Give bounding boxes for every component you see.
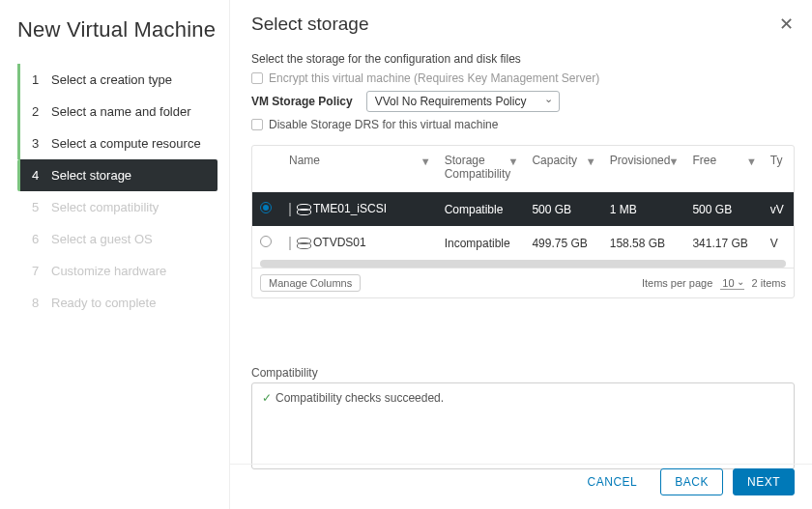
step-ready-complete: 8 Ready to complete — [17, 287, 229, 319]
wizard-dialog: New Virtual Machine 1 Select a creation … — [0, 0, 812, 509]
row-radio[interactable] — [260, 202, 272, 213]
datastore-table-wrap: Name ▼ Storage Compatibility ▼ Capacity … — [251, 145, 795, 298]
encrypt-row: Encrypt this virtual machine (Requires K… — [251, 71, 795, 85]
close-icon[interactable]: ✕ — [777, 14, 795, 35]
drs-row: Disable Storage DRS for this virtual mac… — [251, 118, 795, 131]
col-provisioned[interactable]: Provisioned ▼ — [602, 146, 685, 192]
page-subtitle: Select the storage for the configuration… — [251, 52, 795, 66]
manage-columns-button[interactable]: Manage Columns — [260, 274, 361, 292]
col-type[interactable]: Ty — [763, 146, 794, 192]
step-customize-hardware: 7 Customize hardware — [17, 255, 229, 287]
wizard-title: New Virtual Machine — [17, 17, 229, 42]
col-free[interactable]: Free ▼ — [684, 146, 762, 192]
compatibility-box: ✓Compatibility checks succeeded. — [251, 382, 795, 469]
divider — [230, 464, 812, 465]
wizard-footer: CANCEL BACK NEXT — [574, 468, 795, 495]
col-capacity[interactable]: Capacity ▼ — [524, 146, 601, 192]
table-row[interactable]: OTVDS01 Incompatible 499.75 GB 158.58 GB… — [252, 226, 794, 260]
encrypt-label: Encrypt this virtual machine (Requires K… — [269, 71, 599, 85]
filter-icon[interactable]: ▼ — [420, 156, 431, 167]
storage-policy-row: VM Storage Policy VVol No Requirements P… — [251, 91, 795, 112]
col-name[interactable]: Name ▼ — [281, 146, 437, 192]
items-per-page-label: Items per page — [642, 277, 712, 289]
wizard-main: Select storage ✕ Select the storage for … — [230, 0, 812, 509]
filter-icon[interactable]: ▼ — [746, 156, 757, 167]
storage-policy-value: VVol No Requirements Policy — [375, 95, 527, 108]
storage-policy-dropdown[interactable]: VVol No Requirements Policy — [366, 91, 560, 112]
drs-label: Disable Storage DRS for this virtual mac… — [269, 118, 498, 131]
back-button[interactable]: BACK — [660, 468, 723, 495]
drs-checkbox[interactable] — [251, 119, 263, 130]
divider — [289, 237, 291, 250]
storage-policy-label: VM Storage Policy — [251, 95, 353, 108]
filter-icon[interactable]: ▼ — [508, 156, 519, 167]
check-icon: ✓ — [262, 391, 272, 405]
table-footer: Manage Columns Items per page 10 2 items — [252, 268, 794, 297]
compatibility-label: Compatibility — [251, 366, 795, 380]
step-select-storage[interactable]: 4 Select storage — [17, 159, 218, 191]
datastore-table: Name ▼ Storage Compatibility ▼ Capacity … — [252, 146, 794, 260]
items-count: 2 items — [752, 277, 786, 289]
divider — [289, 203, 291, 216]
horizontal-scrollbar[interactable] — [260, 260, 786, 268]
row-radio[interactable] — [260, 236, 272, 247]
next-button[interactable]: NEXT — [733, 468, 795, 495]
wizard-sidebar: New Virtual Machine 1 Select a creation … — [0, 0, 230, 509]
table-row[interactable]: TME01_iSCSI Compatible 500 GB 1 MB 500 G… — [252, 192, 794, 226]
datastore-icon — [297, 204, 309, 215]
step-compute-resource[interactable]: 3 Select a compute resource — [17, 127, 229, 159]
datastore-icon — [297, 238, 309, 249]
step-name-folder[interactable]: 2 Select a name and folder — [17, 96, 229, 127]
page-title: Select storage — [251, 14, 368, 35]
step-creation-type[interactable]: 1 Select a creation type — [17, 64, 229, 96]
filter-icon[interactable]: ▼ — [669, 156, 680, 167]
step-guest-os: 6 Select a guest OS — [17, 223, 229, 255]
step-compatibility: 5 Select compatibility — [17, 191, 229, 223]
encrypt-checkbox[interactable] — [251, 72, 263, 84]
col-compat[interactable]: Storage Compatibility ▼ — [437, 146, 525, 192]
wizard-steps: 1 Select a creation type 2 Select a name… — [17, 64, 229, 319]
items-per-page-select[interactable]: 10 — [720, 277, 743, 290]
filter-icon[interactable]: ▼ — [586, 156, 596, 167]
cancel-button[interactable]: CANCEL — [574, 469, 652, 495]
compatibility-message: Compatibility checks succeeded. — [276, 391, 444, 405]
